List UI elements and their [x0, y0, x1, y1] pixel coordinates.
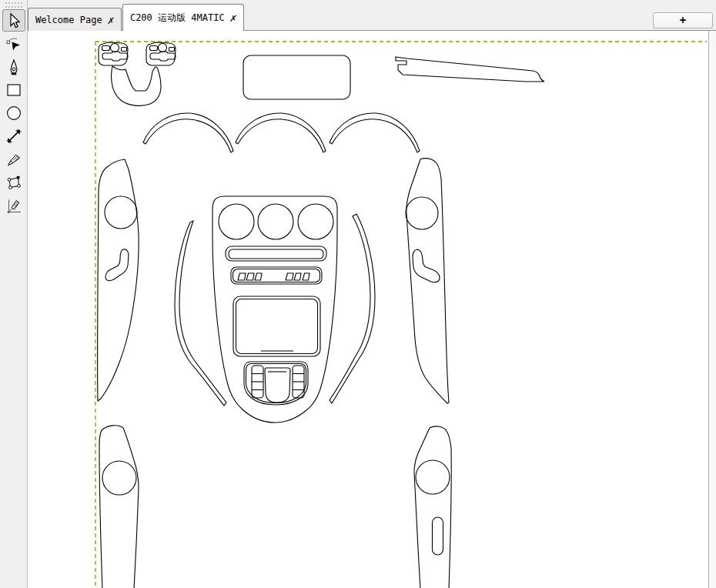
console-slot	[226, 246, 326, 261]
rear-door-trim-right[interactable]	[414, 426, 451, 588]
warp-tool-button[interactable]	[2, 171, 25, 193]
tab-welcome-page[interactable]: Welcome Page ✗	[28, 8, 122, 31]
drawing-canvas[interactable]	[28, 31, 708, 588]
pen-icon	[5, 58, 22, 75]
front-door-trim-right[interactable]	[406, 159, 449, 403]
tab-welcome-close-icon[interactable]: ✗	[107, 15, 115, 25]
tab-c200-close-icon[interactable]: ✗	[229, 12, 237, 23]
tab-c200-label: C200 运动版 4MATIC	[130, 12, 225, 25]
vent-crescent-2[interactable]	[236, 113, 326, 152]
node-select-tool-button[interactable]	[2, 32, 25, 55]
steering-lower-cover[interactable]	[112, 66, 161, 105]
select-arrow-icon	[5, 12, 22, 29]
steering-spoke-cover-left[interactable]	[99, 42, 128, 65]
touchpad-cluster	[244, 362, 308, 405]
front-door-trim-left[interactable]	[98, 159, 139, 401]
measure-tool-button[interactable]	[2, 194, 25, 216]
ellipse-icon	[5, 105, 22, 122]
rear-door-trim-left[interactable]	[99, 426, 139, 588]
node-select-icon	[5, 35, 22, 52]
toolbar-drag-handle[interactable]	[5, 2, 22, 8]
tab-bar: Welcome Page ✗ C200 运动版 4MATIC ✗ +	[28, 0, 716, 31]
canvas-right-gutter[interactable]	[708, 31, 716, 588]
ellipse-tool-button[interactable]	[2, 102, 25, 124]
tool-palette	[0, 0, 28, 588]
dash-trim-strip[interactable]	[396, 57, 544, 82]
console-flank-strip-right[interactable]	[330, 214, 375, 403]
vent-crescent-3[interactable]	[330, 113, 420, 152]
rectangle-tool-button[interactable]	[2, 79, 25, 101]
lower-console-panel	[233, 296, 320, 356]
vent-circle-1	[219, 204, 254, 239]
new-tab-button[interactable]: +	[653, 12, 713, 28]
vent-circle-2	[258, 204, 293, 239]
knife-tool-button[interactable]	[2, 148, 25, 170]
measure-angle-icon	[5, 197, 22, 214]
steering-spoke-cover-right[interactable]	[146, 42, 176, 65]
vent-circle-3	[298, 204, 333, 239]
vent-crescent-1[interactable]	[143, 113, 233, 152]
template-drawing	[28, 31, 708, 588]
center-console-panel[interactable]	[212, 196, 337, 423]
tab-c200-4matic[interactable]: C200 运动版 4MATIC ✗	[122, 4, 244, 31]
hazard-button-bar	[231, 267, 322, 284]
scale-arrows-icon	[5, 128, 22, 145]
scale-tool-button[interactable]	[2, 125, 25, 147]
pen-tool-button[interactable]	[2, 55, 25, 78]
console-flank-strip-left[interactable]	[175, 221, 226, 406]
select-tool-button[interactable]	[2, 9, 25, 32]
screen-protector[interactable]	[243, 55, 350, 99]
rectangle-icon	[5, 82, 22, 99]
warp-quad-icon	[5, 174, 22, 191]
app-window: Welcome Page ✗ C200 运动版 4MATIC ✗ +	[0, 0, 716, 588]
knife-eraser-icon	[5, 151, 22, 168]
tab-welcome-label: Welcome Page	[35, 15, 102, 25]
